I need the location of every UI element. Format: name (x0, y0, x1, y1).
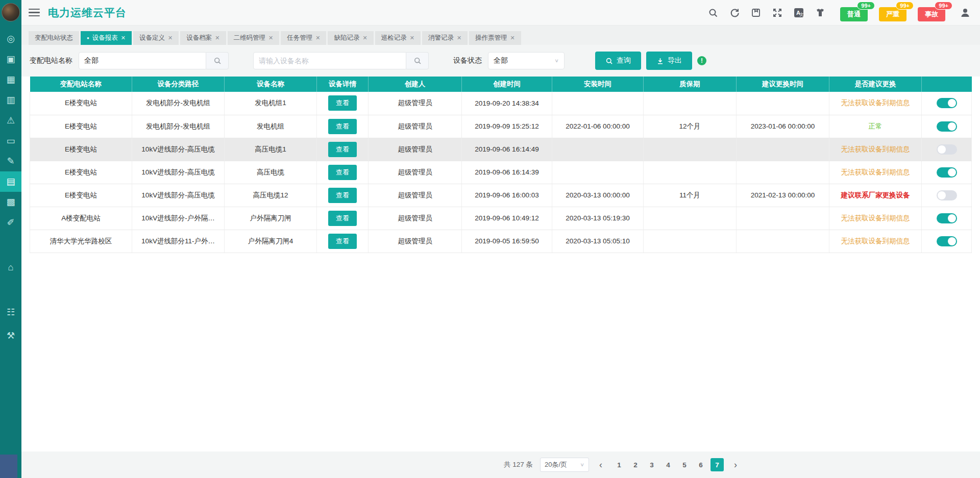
page-button-4[interactable]: 4 (662, 458, 675, 471)
refresh-icon[interactable] (729, 7, 740, 18)
next-page-button[interactable]: › (731, 460, 740, 470)
tab-消警记录[interactable]: 消警记录✕ (422, 31, 468, 45)
enable-toggle[interactable] (937, 167, 957, 178)
sidebar-item-archives[interactable]: ▥ (0, 90, 21, 110)
table-row: E楼变电站10kV进线部分-高压电缆高压电缆12查看超级管理员2019-09-0… (30, 184, 972, 207)
translate-icon[interactable]: A文 (793, 7, 804, 18)
page-size-select[interactable]: 20条/页 ∨ (540, 458, 589, 472)
close-icon[interactable]: ✕ (168, 35, 173, 41)
alert-severe-button-count: 99+ (896, 2, 914, 10)
cell-path: 发电机部分-发电机组 (132, 115, 225, 138)
cell-replace-time (737, 207, 829, 230)
prev-page-button[interactable]: ‹ (596, 460, 605, 470)
close-icon[interactable]: ✕ (457, 35, 461, 41)
tab-缺陷记录[interactable]: 缺陷记录✕ (328, 31, 373, 45)
chevron-down-icon: ∨ (580, 462, 584, 467)
cell-station: E楼变电站 (30, 138, 132, 161)
station-filter-input[interactable] (79, 52, 206, 69)
tab-变配电站状态[interactable]: 变配电站状态 (29, 31, 79, 45)
filter-bar: 变配电站名称 设备状态 全部 ∨ 查询 导出 ! (21, 45, 980, 77)
cell-status: 建议联系厂家更换设备 (829, 184, 922, 207)
view-button[interactable]: 查看 (328, 188, 357, 203)
sidebar-item-home[interactable]: ⌂ (0, 257, 21, 278)
sidebar-item-navigation[interactable]: ◎ (0, 29, 21, 49)
sidebar-footer-block[interactable] (0, 455, 17, 478)
sidebar-item-qrcode[interactable]: ▩ (0, 192, 21, 212)
page-button-3[interactable]: 3 (645, 458, 658, 471)
sidebar-item-tools[interactable]: ⚒ (0, 325, 21, 346)
page-button-6[interactable]: 6 (694, 458, 707, 471)
cell-replace-time (737, 92, 829, 115)
device-name-input[interactable] (253, 52, 406, 69)
tab-设备档案[interactable]: 设备档案✕ (180, 31, 226, 45)
cell-device-name: 户外隔离刀闸 (225, 207, 317, 230)
station-search-button[interactable] (206, 52, 229, 69)
device-search-button[interactable] (406, 52, 429, 69)
sidebar-item-records[interactable]: ✎ (0, 151, 21, 171)
view-button[interactable]: 查看 (328, 142, 357, 157)
alert-normal-button[interactable]: 普通99+ (840, 7, 868, 21)
tab-巡检记录[interactable]: 巡检记录✕ (375, 31, 421, 45)
query-button[interactable]: 查询 (595, 52, 641, 70)
close-icon[interactable]: ✕ (510, 35, 515, 41)
sidebar-item-statistics[interactable]: ▦ (0, 69, 21, 90)
enable-toggle[interactable] (937, 121, 957, 132)
tab-任务管理[interactable]: 任务管理✕ (281, 31, 326, 45)
sidebar-item-monitor[interactable]: ▣ (0, 49, 21, 69)
sidebar-item-compose[interactable]: ✐ (0, 212, 21, 233)
active-tab-dot: ● (87, 36, 89, 40)
info-icon[interactable]: ! (697, 56, 706, 65)
enable-toggle[interactable] (937, 236, 957, 246)
user-avatar[interactable] (2, 3, 20, 21)
close-icon[interactable]: ✕ (362, 35, 367, 41)
pagination-bar: 共 127 条 20条/页 ∨ ‹ 1234567 › (21, 451, 980, 478)
save-icon[interactable] (750, 7, 762, 18)
tab-二维码管理[interactable]: 二维码管理✕ (228, 31, 280, 45)
search-icon[interactable] (707, 7, 719, 18)
enable-toggle[interactable] (937, 144, 957, 155)
sidebar-item-alarm[interactable]: ⚠ (0, 110, 21, 131)
sidebar-item-report[interactable]: ▤ (0, 171, 21, 192)
page-button-2[interactable]: 2 (629, 458, 642, 471)
alert-accident-button[interactable]: 事故99+ (918, 7, 945, 21)
enable-toggle[interactable] (937, 98, 957, 108)
sidebar-item-devices[interactable]: ▭ (0, 131, 21, 151)
page-button-7[interactable]: 7 (710, 458, 724, 471)
view-button[interactable]: 查看 (328, 95, 357, 111)
close-icon[interactable]: ✕ (410, 35, 414, 41)
column-header (922, 77, 972, 92)
cell-created-time: 2019-09-06 16:00:03 (462, 184, 552, 207)
export-button[interactable]: 导出 (646, 52, 692, 70)
close-icon[interactable]: ✕ (315, 35, 320, 41)
cell-station: 清华大学光华路校区 (30, 230, 132, 253)
user-icon[interactable] (960, 7, 971, 18)
status-filter-select[interactable]: 全部 ∨ (488, 52, 565, 69)
view-button[interactable]: 查看 (328, 211, 357, 226)
tab-label: 设备报表 (92, 34, 118, 42)
view-button[interactable]: 查看 (328, 165, 357, 180)
alert-severe-button[interactable]: 严重99+ (879, 7, 906, 21)
page-button-1[interactable]: 1 (612, 458, 626, 471)
table-body: E楼变电站发电机部分-发电机组发电机组1查看超级管理员2019-09-20 14… (30, 92, 972, 253)
fullscreen-icon[interactable] (772, 7, 783, 18)
theme-icon[interactable] (815, 7, 826, 18)
close-icon[interactable]: ✕ (215, 35, 219, 41)
close-icon[interactable]: ✕ (268, 35, 273, 41)
close-icon[interactable]: ✕ (121, 35, 126, 41)
cell-warranty: 11个月 (644, 184, 737, 207)
cell-warranty (644, 161, 737, 184)
qrcode-icon: ▩ (6, 196, 15, 208)
view-button[interactable]: 查看 (328, 234, 357, 249)
tab-设备报表[interactable]: ●设备报表✕ (81, 31, 132, 45)
tab-设备定义[interactable]: 设备定义✕ (133, 31, 179, 45)
view-button[interactable]: 查看 (328, 119, 357, 134)
tab-操作票管理[interactable]: 操作票管理✕ (469, 31, 521, 45)
cell-status: 正常 (829, 115, 922, 138)
enable-toggle[interactable] (937, 190, 957, 200)
alarm-icon: ⚠ (7, 115, 15, 126)
page-button-5[interactable]: 5 (678, 458, 691, 471)
page-size-value: 20条/页 (545, 460, 567, 469)
enable-toggle[interactable] (937, 213, 957, 223)
sidebar-item-grid[interactable]: ☷ (0, 302, 21, 322)
menu-toggle-icon[interactable] (29, 9, 40, 17)
